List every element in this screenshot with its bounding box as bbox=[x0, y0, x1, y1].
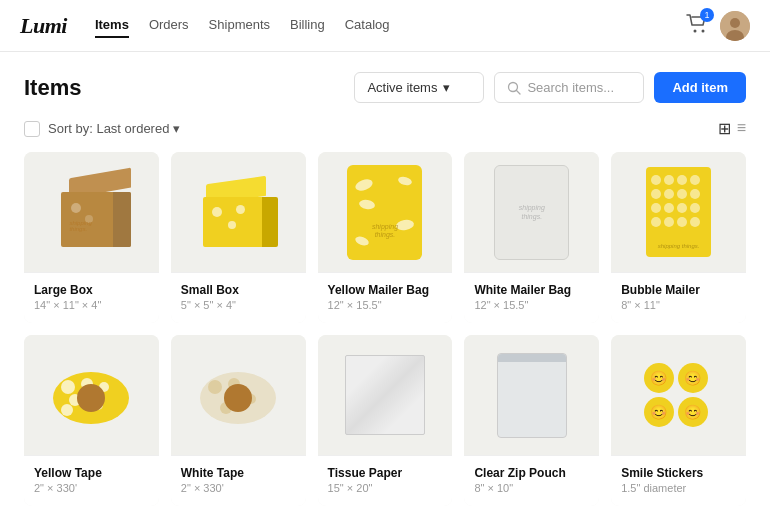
item-name: Bubble Mailer bbox=[621, 283, 736, 297]
item-card[interactable]: shippingthings. Yellow Mailer Bag 12" × … bbox=[318, 152, 453, 323]
item-info: Smile Stickers 1.5" diameter bbox=[611, 455, 746, 506]
search-icon bbox=[507, 81, 521, 95]
filter-dropdown[interactable]: Active items ▾ bbox=[354, 72, 484, 103]
item-size: 12" × 15.5" bbox=[474, 299, 589, 311]
item-name: Tissue Paper bbox=[328, 466, 443, 480]
navbar: Lumi Items Orders Shipments Billing Cata… bbox=[0, 0, 770, 52]
white-mailer-visual: shippingthings. bbox=[494, 165, 569, 260]
item-thumbnail: shippingthings. bbox=[24, 152, 159, 272]
nav-links: Items Orders Shipments Billing Catalog bbox=[95, 13, 686, 38]
item-name: Yellow Mailer Bag bbox=[328, 283, 443, 297]
nav-shipments[interactable]: Shipments bbox=[209, 13, 270, 38]
item-thumbnail: shipping things. bbox=[611, 152, 746, 272]
small-box-visual bbox=[198, 177, 278, 247]
tissue-paper-visual bbox=[345, 355, 425, 435]
item-size: 12" × 15.5" bbox=[328, 299, 443, 311]
cart-icon[interactable]: 1 bbox=[686, 14, 708, 38]
item-thumbnail bbox=[464, 335, 599, 455]
item-info: Clear Zip Pouch 8" × 10" bbox=[464, 455, 599, 506]
avatar[interactable] bbox=[720, 11, 750, 41]
smile-stickers-visual: 😊 😊 😊 😊 bbox=[644, 363, 714, 427]
item-info: White Tape 2" × 330' bbox=[171, 455, 306, 506]
item-size: 2" × 330' bbox=[34, 482, 149, 494]
item-name: Clear Zip Pouch bbox=[474, 466, 589, 480]
item-name: Large Box bbox=[34, 283, 149, 297]
zip-pouch-visual bbox=[497, 353, 567, 438]
item-card[interactable]: Small Box 5" × 5" × 4" bbox=[171, 152, 306, 323]
svg-point-1 bbox=[702, 29, 705, 32]
item-info: Large Box 14" × 11" × 4" bbox=[24, 272, 159, 323]
item-card[interactable]: 😊 😊 😊 😊 Smile Stickers 1.5" diameter bbox=[611, 335, 746, 506]
nav-items[interactable]: Items bbox=[95, 13, 129, 38]
svg-point-3 bbox=[730, 18, 740, 28]
item-thumbnail: shippingthings. bbox=[464, 152, 599, 272]
logo: Lumi bbox=[20, 13, 67, 39]
item-card[interactable]: Tissue Paper 15" × 20" bbox=[318, 335, 453, 506]
item-name: Small Box bbox=[181, 283, 296, 297]
bubble-mailer-visual: shipping things. bbox=[646, 167, 711, 257]
item-info: Yellow Tape 2" × 330' bbox=[24, 455, 159, 506]
item-size: 8" × 10" bbox=[474, 482, 589, 494]
sort-left: Sort by: Last ordered ▾ bbox=[24, 121, 180, 137]
item-thumbnail bbox=[171, 335, 306, 455]
item-thumbnail bbox=[24, 335, 159, 455]
nav-catalog[interactable]: Catalog bbox=[345, 13, 390, 38]
item-thumbnail bbox=[318, 335, 453, 455]
item-size: 15" × 20" bbox=[328, 482, 443, 494]
add-item-button[interactable]: Add item bbox=[654, 72, 746, 103]
nav-orders[interactable]: Orders bbox=[149, 13, 189, 38]
item-info: Yellow Mailer Bag 12" × 15.5" bbox=[318, 272, 453, 323]
item-thumbnail: shippingthings. bbox=[318, 152, 453, 272]
item-size: 2" × 330' bbox=[181, 482, 296, 494]
filter-arrow-icon: ▾ bbox=[443, 80, 450, 95]
large-box-visual: shippingthings. bbox=[51, 177, 131, 247]
items-grid: shippingthings. Large Box 14" × 11" × 4" bbox=[24, 152, 746, 506]
item-card[interactable]: Yellow Tape 2" × 330' bbox=[24, 335, 159, 506]
item-name: White Mailer Bag bbox=[474, 283, 589, 297]
item-card[interactable]: shippingthings. Large Box 14" × 11" × 4" bbox=[24, 152, 159, 323]
filter-label: Active items bbox=[367, 80, 437, 95]
sort-arrow-icon: ▾ bbox=[173, 121, 180, 136]
sort-label[interactable]: Sort by: Last ordered ▾ bbox=[48, 121, 180, 136]
item-info: Bubble Mailer 8" × 11" bbox=[611, 272, 746, 323]
search-box[interactable]: Search items... bbox=[494, 72, 644, 103]
item-size: 1.5" diameter bbox=[621, 482, 736, 494]
white-tape-visual bbox=[198, 364, 278, 426]
item-size: 14" × 11" × 4" bbox=[34, 299, 149, 311]
yellow-tape-visual bbox=[51, 364, 131, 426]
nav-billing[interactable]: Billing bbox=[290, 13, 325, 38]
main-content: Items Active items ▾ Search items... Add… bbox=[0, 52, 770, 526]
item-info: White Mailer Bag 12" × 15.5" bbox=[464, 272, 599, 323]
item-size: 5" × 5" × 4" bbox=[181, 299, 296, 311]
item-card[interactable]: White Tape 2" × 330' bbox=[171, 335, 306, 506]
toolbar: Items Active items ▾ Search items... Add… bbox=[24, 72, 746, 103]
item-info: Small Box 5" × 5" × 4" bbox=[171, 272, 306, 323]
item-info: Tissue Paper 15" × 20" bbox=[318, 455, 453, 506]
svg-point-0 bbox=[694, 29, 697, 32]
list-view-icon[interactable]: ≡ bbox=[737, 119, 746, 138]
nav-right: 1 bbox=[686, 11, 750, 41]
grid-view-icon[interactable]: ⊞ bbox=[718, 119, 731, 138]
item-card[interactable]: Clear Zip Pouch 8" × 10" bbox=[464, 335, 599, 506]
item-name: Smile Stickers bbox=[621, 466, 736, 480]
page-title: Items bbox=[24, 75, 344, 101]
search-placeholder: Search items... bbox=[527, 80, 614, 95]
cart-badge: 1 bbox=[700, 8, 714, 22]
view-icons: ⊞ ≡ bbox=[718, 119, 746, 138]
item-card[interactable]: shippingthings. White Mailer Bag 12" × 1… bbox=[464, 152, 599, 323]
item-name: Yellow Tape bbox=[34, 466, 149, 480]
select-all-checkbox[interactable] bbox=[24, 121, 40, 137]
item-thumbnail: 😊 😊 😊 😊 bbox=[611, 335, 746, 455]
sort-bar: Sort by: Last ordered ▾ ⊞ ≡ bbox=[24, 119, 746, 138]
item-name: White Tape bbox=[181, 466, 296, 480]
yellow-mailer-visual: shippingthings. bbox=[347, 165, 422, 260]
item-card[interactable]: shipping things. Bubble Mailer 8" × 11" bbox=[611, 152, 746, 323]
item-thumbnail bbox=[171, 152, 306, 272]
item-size: 8" × 11" bbox=[621, 299, 736, 311]
